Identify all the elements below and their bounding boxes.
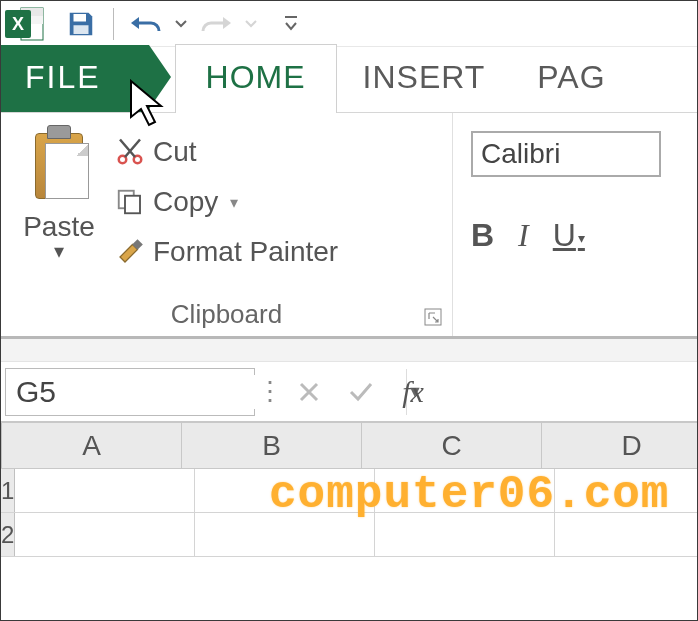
spreadsheet-grid: A B C D 1 2 bbox=[1, 423, 697, 599]
paste-icon bbox=[29, 125, 89, 205]
undo-button[interactable] bbox=[122, 4, 170, 44]
font-family-combo[interactable]: Calibri bbox=[471, 131, 661, 177]
cell[interactable] bbox=[555, 513, 698, 556]
format-painter-label: Format Painter bbox=[153, 236, 338, 268]
copy-label: Copy bbox=[153, 186, 218, 218]
insert-function-button[interactable]: fx bbox=[387, 368, 439, 416]
redo-dropdown[interactable] bbox=[242, 8, 260, 40]
svg-text:X: X bbox=[12, 14, 24, 34]
column-header-b[interactable]: B bbox=[182, 423, 362, 468]
svg-rect-5 bbox=[74, 14, 87, 22]
table-row: 1 bbox=[1, 469, 697, 513]
font-group: Calibri B I U▾ bbox=[453, 113, 697, 336]
cancel-formula-button[interactable] bbox=[283, 368, 335, 416]
tab-insert[interactable]: INSERT bbox=[337, 45, 512, 112]
cell[interactable] bbox=[15, 513, 195, 556]
column-header-d[interactable]: D bbox=[542, 423, 698, 468]
scissors-icon bbox=[115, 137, 145, 167]
italic-button[interactable]: I bbox=[518, 217, 529, 254]
fx-label: fx bbox=[402, 375, 424, 409]
format-painter-button[interactable]: Format Painter bbox=[115, 227, 338, 277]
svg-rect-11 bbox=[125, 196, 140, 214]
copy-button[interactable]: Copy ▾ bbox=[115, 177, 338, 227]
formula-bar: ▼ ⋮ fx bbox=[1, 361, 697, 423]
name-box[interactable]: ▼ bbox=[5, 368, 255, 416]
cell[interactable] bbox=[195, 513, 375, 556]
copy-dropdown-icon[interactable]: ▾ bbox=[230, 193, 238, 212]
tab-file[interactable]: FILE bbox=[1, 45, 149, 112]
cell[interactable] bbox=[375, 469, 555, 512]
quick-access-toolbar: X bbox=[1, 1, 697, 47]
tab-home[interactable]: HOME bbox=[175, 44, 337, 113]
ribbon: Paste ▾ Cut bbox=[1, 113, 697, 339]
svg-rect-6 bbox=[74, 25, 89, 34]
cell[interactable] bbox=[195, 469, 375, 512]
column-headers: A B C D bbox=[1, 423, 697, 469]
cell[interactable] bbox=[555, 469, 698, 512]
clipboard-dialog-launcher[interactable] bbox=[424, 308, 444, 328]
paintbrush-icon bbox=[115, 237, 145, 267]
check-icon bbox=[348, 380, 374, 404]
svg-rect-7 bbox=[285, 16, 297, 18]
select-all-corner[interactable] bbox=[1, 423, 2, 468]
underline-dropdown-icon[interactable]: ▾ bbox=[578, 230, 585, 246]
excel-logo-icon: X bbox=[3, 4, 47, 44]
cell[interactable] bbox=[15, 469, 195, 512]
enter-formula-button[interactable] bbox=[335, 368, 387, 416]
undo-dropdown[interactable] bbox=[172, 8, 190, 40]
ribbon-tabs: FILE HOME INSERT PAG bbox=[1, 47, 697, 113]
x-icon bbox=[297, 380, 321, 404]
row-header-2[interactable]: 2 bbox=[1, 513, 15, 556]
paste-button[interactable]: Paste ▾ bbox=[9, 119, 109, 295]
redo-button[interactable] bbox=[192, 4, 240, 44]
font-family-value: Calibri bbox=[481, 138, 560, 170]
bold-button[interactable]: B bbox=[471, 217, 494, 254]
save-button[interactable] bbox=[57, 4, 105, 44]
clipboard-group: Paste ▾ Cut bbox=[1, 113, 453, 336]
cut-label: Cut bbox=[153, 136, 197, 168]
underline-button[interactable]: U▾ bbox=[553, 217, 585, 254]
customize-qat-dropdown[interactable] bbox=[282, 8, 300, 40]
tab-page-layout[interactable]: PAG bbox=[511, 45, 631, 112]
formula-bar-grip[interactable]: ⋮ bbox=[255, 376, 283, 407]
column-header-a[interactable]: A bbox=[2, 423, 182, 468]
clipboard-group-label: Clipboard bbox=[9, 295, 444, 334]
table-row: 2 bbox=[1, 513, 697, 557]
cut-button[interactable]: Cut bbox=[115, 127, 338, 177]
column-header-c[interactable]: C bbox=[362, 423, 542, 468]
ribbon-gap bbox=[1, 339, 697, 361]
paste-dropdown-icon[interactable]: ▾ bbox=[54, 239, 64, 263]
cell[interactable] bbox=[375, 513, 555, 556]
row-header-1[interactable]: 1 bbox=[1, 469, 15, 512]
copy-icon bbox=[115, 187, 145, 217]
separator bbox=[113, 8, 114, 40]
